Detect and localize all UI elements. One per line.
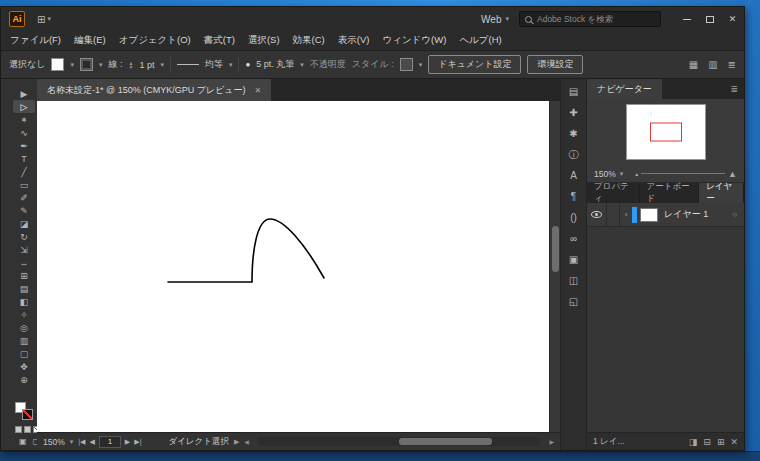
layer-target-icon[interactable]: ○ xyxy=(732,210,737,219)
menu-type[interactable]: 書式(T) xyxy=(204,34,235,47)
vertical-scrollbar[interactable] xyxy=(549,101,560,432)
direct-selection-tool[interactable]: ▷ xyxy=(13,100,35,113)
stepper-down-icon[interactable]: ▼ xyxy=(128,65,133,69)
menu-select[interactable]: 選択(S) xyxy=(248,34,280,47)
rotate-tool[interactable]: ↻ xyxy=(13,230,35,243)
links-panel-icon[interactable]: ∞ xyxy=(570,234,577,244)
info-panel-icon[interactable]: ⓘ xyxy=(569,150,579,160)
chevron-down-icon[interactable]: ▾ xyxy=(70,438,74,446)
tab-properties[interactable]: プロパティ xyxy=(587,183,640,203)
libraries-panel-icon[interactable]: ▤ xyxy=(569,87,578,97)
tab-artboards[interactable]: アートボード xyxy=(640,183,700,203)
scroll-left-icon[interactable]: ◀ xyxy=(244,438,249,445)
zoom-in-icon[interactable]: ▲ xyxy=(728,169,737,179)
next-artboard-button[interactable]: ▶ xyxy=(125,438,130,446)
chevron-right-icon[interactable]: › xyxy=(620,210,632,219)
opentype-panel-icon[interactable]: () xyxy=(570,213,577,223)
brush-definition-value[interactable]: 5 pt. 丸筆 xyxy=(256,58,294,71)
chevron-down-icon[interactable]: ▾ xyxy=(300,61,304,69)
shape-builder-tool[interactable]: ⊞ xyxy=(13,269,35,282)
zoom-tool[interactable]: ⊕ xyxy=(13,373,35,386)
eyedropper-tool[interactable]: ✧ xyxy=(13,308,35,321)
gradient-mode-button[interactable] xyxy=(24,426,31,433)
chevron-down-icon[interactable]: ▾ xyxy=(419,61,423,69)
magic-wand-tool[interactable]: ✶ xyxy=(13,113,35,126)
hand-tool[interactable]: ✥ xyxy=(13,360,35,373)
adobe-stock-search[interactable] xyxy=(519,11,661,27)
preferences-button[interactable]: 環境設定 xyxy=(527,55,583,74)
drawn-path[interactable] xyxy=(168,219,324,282)
menu-effect[interactable]: 効果(C) xyxy=(293,34,325,47)
blend-tool[interactable]: ◎ xyxy=(13,321,35,334)
lasso-tool[interactable]: ∿ xyxy=(13,126,35,139)
new-layer-icon[interactable]: ⊞ xyxy=(717,437,725,447)
workspace-switcher[interactable]: Web ▾ xyxy=(481,14,509,25)
stroke-weight-stepper[interactable]: ▲ ▼ xyxy=(128,61,133,69)
stroke-color-swatch[interactable] xyxy=(80,58,93,71)
selection-tool[interactable]: ▶ xyxy=(13,87,35,100)
zoom-out-icon[interactable]: ▴ xyxy=(635,170,638,177)
menu-help[interactable]: ヘルプ(H) xyxy=(459,34,501,47)
layer-thumbnail[interactable] xyxy=(640,208,658,222)
arrange-documents-dropdown[interactable]: ⊞ ▾ xyxy=(37,14,51,25)
character-panel-icon[interactable]: A xyxy=(570,171,577,181)
line-segment-tool[interactable]: ╱ xyxy=(13,165,35,178)
scroll-right-icon[interactable]: ▶ xyxy=(549,438,554,445)
minimize-button[interactable] xyxy=(675,7,698,31)
paragraph-panel-icon[interactable]: ¶ xyxy=(571,192,576,202)
document-setup-button[interactable]: ドキュメント設定 xyxy=(428,55,521,74)
maximize-button[interactable] xyxy=(698,7,721,31)
layer-row[interactable]: › レイヤー 1 ○ xyxy=(587,203,744,227)
eraser-tool[interactable]: ◪ xyxy=(13,217,35,230)
columns-icon[interactable]: ▥ xyxy=(708,59,717,70)
search-input[interactable] xyxy=(537,14,655,24)
style-swatch[interactable] xyxy=(400,58,413,71)
zoom-slider-track[interactable] xyxy=(641,173,725,174)
chevron-down-icon[interactable]: ▾ xyxy=(229,61,233,69)
tab-layers[interactable]: レイヤー xyxy=(699,183,744,203)
chevron-down-icon[interactable]: ▾ xyxy=(70,61,74,69)
menu-view[interactable]: 表示(V) xyxy=(338,34,370,47)
layer-lock-cell[interactable] xyxy=(607,203,620,226)
menu-window[interactable]: ウィンドウ(W) xyxy=(382,34,446,47)
status-proxy-arrow-icon[interactable]: ▶ xyxy=(234,438,239,446)
delete-layer-icon[interactable]: ✕ xyxy=(730,437,738,447)
gradient-tool[interactable]: ◧ xyxy=(13,295,35,308)
panel-menu-icon[interactable]: ≣ xyxy=(730,84,738,94)
rectangle-tool[interactable]: ▭ xyxy=(13,178,35,191)
menu-file[interactable]: ファイル(F) xyxy=(10,34,61,47)
artboard-number-input[interactable] xyxy=(99,436,121,448)
column-graph-tool[interactable]: ▥ xyxy=(13,334,35,347)
navigator-tab[interactable]: ナビゲーター xyxy=(587,79,662,99)
chevron-down-icon[interactable]: ▾ xyxy=(620,170,624,178)
export-panel-icon[interactable]: ◱ xyxy=(569,297,578,307)
layer-visibility-toggle[interactable] xyxy=(587,203,607,226)
navigator-zoom-slider[interactable]: ▴ ▲ xyxy=(635,169,737,179)
type-tool[interactable]: T xyxy=(13,152,35,165)
horizontal-scrollbar[interactable] xyxy=(258,437,540,446)
opacity-label[interactable]: 不透明度 xyxy=(310,58,346,71)
menu-edit[interactable]: 編集(E) xyxy=(74,34,106,47)
windows-taskbar[interactable] xyxy=(0,451,760,461)
stroke-swatch[interactable] xyxy=(22,409,33,420)
document-tab[interactable]: 名称未設定-1* @ 150% (CMYK/GPU プレビュー) ✕ xyxy=(37,79,271,101)
fill-color-swatch[interactable] xyxy=(51,58,64,71)
color-panel-icon[interactable]: ✚ xyxy=(569,108,577,118)
stroke-weight-value[interactable]: 1 pt xyxy=(139,60,154,70)
navigator-view-rectangle[interactable] xyxy=(650,123,682,142)
canvas-artboard[interactable] xyxy=(37,101,560,432)
control-menu-icon[interactable]: ≣ xyxy=(728,59,736,70)
mesh-tool[interactable]: ▤ xyxy=(13,282,35,295)
chevron-down-icon[interactable]: ▾ xyxy=(99,61,103,69)
first-artboard-button[interactable]: |◀ xyxy=(78,438,85,446)
width-tool[interactable]: ↔ xyxy=(13,256,35,269)
scale-tool[interactable]: ⇲ xyxy=(13,243,35,256)
new-sublayer-icon[interactable]: ⊟ xyxy=(703,437,711,447)
asset-export-panel-icon[interactable]: ◫ xyxy=(569,276,578,286)
close-button[interactable]: ✕ xyxy=(721,7,744,31)
layer-name[interactable]: レイヤー 1 xyxy=(664,208,732,221)
menu-object[interactable]: オブジェクト(O) xyxy=(119,34,191,47)
make-clipping-mask-icon[interactable]: ◨ xyxy=(689,437,698,447)
fill-stroke-indicator[interactable] xyxy=(15,402,35,422)
color-mode-button[interactable] xyxy=(15,426,22,433)
